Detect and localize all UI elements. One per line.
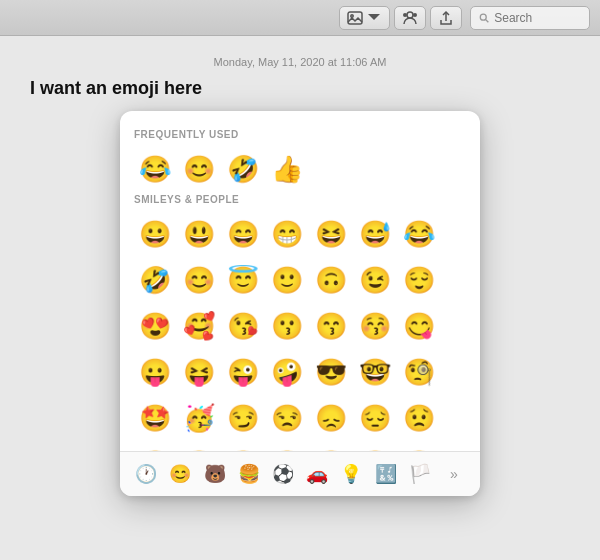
emoji-unamused[interactable]: 😒 xyxy=(266,397,308,439)
svg-point-4 xyxy=(403,13,407,17)
svg-rect-0 xyxy=(348,12,362,24)
emoji-cool[interactable]: 😎 xyxy=(310,351,352,393)
emoji-picker-scroll[interactable]: FREQUENTLY USED 😂 😊 🤣 👍 SMILEYS & PEOPLE… xyxy=(120,111,480,451)
emoji-rofl[interactable]: 🤣 xyxy=(222,148,264,190)
smileys-row-2: 🤣 😊 😇 🙂 🙃 😉 😌 xyxy=(134,259,466,301)
emoji-kissing-closed[interactable]: 😚 xyxy=(354,305,396,347)
emoji-squint[interactable]: 😆 xyxy=(310,213,352,255)
emoji-smiling-hearts[interactable]: 🥰 xyxy=(178,305,220,347)
svg-point-1 xyxy=(351,14,353,16)
emoji-weary[interactable]: 😩 xyxy=(398,443,440,451)
svg-line-6 xyxy=(486,19,489,22)
emoji-stuck-out[interactable]: 😛 xyxy=(134,351,176,393)
tab-activities[interactable]: ⚽ xyxy=(267,458,299,490)
emoji-slightly-frowning[interactable]: 🙁 xyxy=(178,443,220,451)
emoji-laughing-tears[interactable]: 😂 xyxy=(134,148,176,190)
emoji-squint-tongue[interactable]: 😝 xyxy=(178,351,220,393)
share-button[interactable] xyxy=(430,6,462,30)
search-icon xyxy=(479,12,489,24)
tab-travel[interactable]: 🚗 xyxy=(301,458,333,490)
smileys-row-1: 😀 😃 😄 😁 😆 😅 😂 xyxy=(134,213,466,255)
smileys-row-3: 😍 🥰 😘 😗 😙 😚 😋 xyxy=(134,305,466,347)
emoji-joy[interactable]: 😂 xyxy=(398,213,440,255)
emoji-confounded[interactable]: 😖 xyxy=(310,443,352,451)
tab-symbols[interactable]: 🔣 xyxy=(369,458,401,490)
emoji-wink[interactable]: 😉 xyxy=(354,259,396,301)
svg-point-3 xyxy=(413,13,417,17)
emoji-relieved[interactable]: 😊 xyxy=(178,259,220,301)
frequent-row-1: 😂 😊 🤣 👍 xyxy=(134,148,466,190)
emoji-smile[interactable]: 😊 xyxy=(178,148,220,190)
search-box[interactable] xyxy=(470,6,590,30)
emoji-pensive[interactable]: 😔 xyxy=(354,397,396,439)
emoji-tired[interactable]: 😫 xyxy=(354,443,396,451)
emoji-grinning[interactable]: 😀 xyxy=(134,213,176,255)
emoji-nerd[interactable]: 🤓 xyxy=(354,351,396,393)
search-input[interactable] xyxy=(494,11,581,25)
tab-recent[interactable]: 🕐 xyxy=(130,458,162,490)
emoji-upside-down[interactable]: 🙃 xyxy=(310,259,352,301)
emoji-zany[interactable]: 🤪 xyxy=(266,351,308,393)
emoji-partying[interactable]: 🥳 xyxy=(178,397,220,439)
emoji-monocle[interactable]: 🧐 xyxy=(398,351,440,393)
emoji-sweat-smile[interactable]: 😅 xyxy=(354,213,396,255)
emoji-grin[interactable]: 😃 xyxy=(178,213,220,255)
emoji-confused[interactable]: 😕 xyxy=(134,443,176,451)
emoji-rofl2[interactable]: 🤣 xyxy=(134,259,176,301)
emoji-picker: FREQUENTLY USED 😂 😊 🤣 👍 SMILEYS & PEOPLE… xyxy=(120,111,480,496)
emoji-worried[interactable]: 😟 xyxy=(398,397,440,439)
emoji-star-struck[interactable]: 🤩 xyxy=(134,397,176,439)
smileys-row-6: 😕 🙁 ☹️ 😣 😖 😫 😩 xyxy=(134,443,466,451)
smileys-row-4: 😛 😝 😜 🤪 😎 🤓 🧐 xyxy=(134,351,466,393)
content-area: Monday, May 11, 2020 at 11:06 AM I want … xyxy=(0,36,600,506)
emoji-heart-eyes[interactable]: 😍 xyxy=(134,305,176,347)
tab-more[interactable]: » xyxy=(438,458,470,490)
emoji-kissing-smile[interactable]: 😙 xyxy=(310,305,352,347)
timestamp: Monday, May 11, 2020 at 11:06 AM xyxy=(20,56,580,68)
emoji-kiss-heart[interactable]: 😘 xyxy=(222,305,264,347)
tab-smileys[interactable]: 😊 xyxy=(164,458,196,490)
section-label-frequent: FREQUENTLY USED xyxy=(134,129,466,140)
emoji-wink-tongue[interactable]: 😜 xyxy=(222,351,264,393)
smileys-row-5: 🤩 🥳 😏 😒 😞 😔 😟 xyxy=(134,397,466,439)
emoji-yum[interactable]: 😋 xyxy=(398,305,440,347)
emoji-relieved2[interactable]: 😌 xyxy=(398,259,440,301)
people-button[interactable] xyxy=(394,6,426,30)
section-label-smileys: SMILEYS & PEOPLE xyxy=(134,194,466,205)
svg-point-2 xyxy=(407,12,413,18)
emoji-smirk[interactable]: 😏 xyxy=(222,397,264,439)
emoji-thumbsup[interactable]: 👍 xyxy=(266,148,308,190)
tab-flags[interactable]: 🏳️ xyxy=(404,458,436,490)
emoji-big-smile[interactable]: 😄 xyxy=(222,213,264,255)
emoji-disappointed[interactable]: 😞 xyxy=(310,397,352,439)
emoji-kiss[interactable]: 😗 xyxy=(266,305,308,347)
svg-point-5 xyxy=(480,14,486,20)
emoji-frowning[interactable]: ☹️ xyxy=(222,443,264,451)
tab-food[interactable]: 🍔 xyxy=(233,458,265,490)
tab-animals[interactable]: 🐻 xyxy=(198,458,230,490)
emoji-bottom-bar: 🕐 😊 🐻 🍔 ⚽ 🚗 💡 🔣 🏳️ » xyxy=(120,451,480,496)
tab-objects[interactable]: 💡 xyxy=(335,458,367,490)
toolbar xyxy=(0,0,600,36)
image-button[interactable] xyxy=(339,6,390,30)
emoji-persevering[interactable]: 😣 xyxy=(266,443,308,451)
emoji-halo[interactable]: 😇 xyxy=(222,259,264,301)
message-text: I want an emoji here xyxy=(20,78,580,99)
emoji-slightly-smiling[interactable]: 🙂 xyxy=(266,259,308,301)
emoji-beam[interactable]: 😁 xyxy=(266,213,308,255)
toolbar-left-icons xyxy=(339,6,462,30)
